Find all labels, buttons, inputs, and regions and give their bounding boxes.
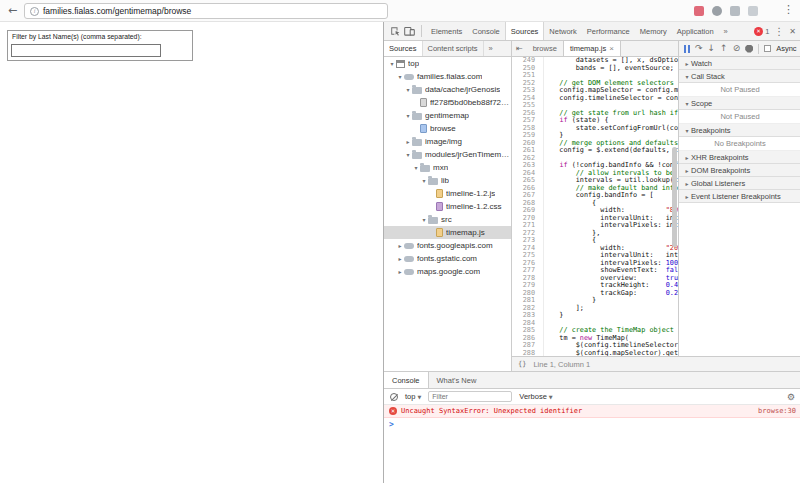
tree-item-top[interactable]: ▾top [384, 57, 511, 70]
extension-icon-2[interactable] [712, 6, 722, 16]
sidebar-section-event-listener-breakpoints[interactable]: ▸Event Listener Breakpoints [679, 190, 800, 203]
extension-icon-1[interactable] [694, 6, 704, 16]
clear-console-icon[interactable] [390, 393, 398, 401]
chevron-right-icon[interactable]: ▸ [404, 138, 412, 145]
pause-script-icon[interactable] [684, 45, 690, 53]
folder-icon [412, 113, 422, 120]
lastname-filter-label: Filter by Last Name(s) (comma separated)… [8, 31, 192, 40]
console-settings-gear-icon[interactable]: ⚙ [787, 392, 795, 402]
editor-scrollbar-thumb[interactable] [672, 147, 677, 247]
editor-tab-timemap-js[interactable]: timemap.js× [563, 41, 621, 56]
tree-item-lib[interactable]: ▾lib [384, 174, 511, 187]
chevron-down-icon[interactable]: ▾ [412, 164, 420, 171]
device-toolbar-icon[interactable] [404, 26, 415, 36]
sidebar-section-breakpoints[interactable]: ▾Breakpoints [679, 124, 800, 137]
chevron-down-icon[interactable]: ▾ [420, 177, 428, 184]
sidebar-section-xhr-breakpoints[interactable]: ▸XHR Breakpoints [679, 151, 800, 164]
navigator-tabs: SourcesContent scripts» [384, 41, 512, 57]
tree-item-image-img[interactable]: ▸image/img [384, 135, 511, 148]
tab-memory[interactable]: Memory [635, 22, 672, 40]
editor-tab-browse[interactable]: browse [527, 41, 563, 56]
tab-elements[interactable]: Elements [426, 22, 467, 40]
code-editor[interactable]: 249 datasets = [], x, dsOptions, tlBands… [512, 57, 678, 356]
page-info-icon[interactable]: i [30, 7, 39, 16]
console-prompt[interactable]: > [384, 418, 800, 431]
lastname-filter-input[interactable] [11, 44, 161, 57]
tree-item-src[interactable]: ▾src [384, 213, 511, 226]
tab-sources[interactable]: Sources [505, 22, 545, 40]
pause-on-exceptions-icon[interactable] [745, 45, 753, 53]
chevron-down-icon[interactable]: ▾ [388, 60, 396, 67]
sidebar-section-dom-breakpoints[interactable]: ▸DOM Breakpoints [679, 164, 800, 177]
navigator-tab-sources[interactable]: Sources [384, 41, 423, 56]
back-icon[interactable]: ← [8, 4, 17, 17]
inspect-icon[interactable] [390, 26, 400, 36]
tree-item-modules-jrgentimemap-contrib[interactable]: ▾modules/jrGenTimemap/contrib [384, 148, 511, 161]
chevron-down-icon: ▼ [549, 394, 553, 400]
close-tab-icon[interactable]: × [609, 44, 614, 53]
tree-item-maps-google-com[interactable]: ▸maps.google.com [384, 265, 511, 278]
deactivate-breakpoints-icon[interactable]: ⊘ [733, 44, 741, 53]
chevron-down-icon[interactable]: ▾ [404, 86, 412, 93]
tab-console[interactable]: Console [467, 22, 505, 40]
chevron-down-icon[interactable]: ▾ [420, 216, 428, 223]
chevron-down-icon[interactable]: ▾ [404, 112, 412, 119]
lastname-filter-box: Filter by Last Name(s) (comma separated)… [7, 30, 193, 61]
navigator-tab-content-scripts[interactable]: Content scripts [423, 41, 484, 56]
address-bar[interactable]: i families.fialas.com/gentimemap/browse [24, 3, 388, 19]
extension-icon-4[interactable] [748, 6, 758, 16]
navigator-toggle-icon[interactable]: ⇤ [512, 41, 527, 56]
sidebar-section-scope[interactable]: ▾Scope [679, 97, 800, 110]
tree-item-timeline-1-2-js[interactable]: timeline-1.2.js [384, 187, 511, 200]
step-into-icon[interactable]: ↓ [708, 44, 716, 53]
tree-item-timeline-1-2-css[interactable]: timeline-1.2.css [384, 200, 511, 213]
tree-item-mxn[interactable]: ▾mxn [384, 161, 511, 174]
console-filter-input[interactable] [428, 391, 512, 402]
tab-application[interactable]: Application [672, 22, 719, 40]
tab-performance[interactable]: Performance [582, 22, 635, 40]
devtools-menu-icon[interactable]: ⋮ [774, 26, 784, 37]
chevron-right-icon[interactable]: ▸ [396, 268, 404, 275]
code-line: 282 ]; [512, 305, 678, 313]
chevron-right-icon[interactable]: ▸ [396, 242, 404, 249]
tree-item-ff278f5bd0beb88f72ea9fa98f[interactable]: ff278f5bd0beb88f72ea9fa98f [384, 96, 511, 109]
console-tab-what-s-new[interactable]: What's New [429, 372, 485, 388]
devtools-toolbar: ElementsConsoleSourcesNetworkPerformance… [384, 22, 800, 41]
log-level-selector[interactable]: Verbose ▼ [519, 392, 552, 401]
step-over-icon[interactable]: ↷ [695, 44, 703, 53]
debugger-sidebar: ▸Watch▾Call StackNot Paused▾ScopeNot Pau… [678, 57, 800, 356]
close-devtools-icon[interactable]: ✕ [789, 27, 796, 36]
step-out-icon[interactable]: ↑ [720, 44, 728, 53]
tree-item-families-fialas-com[interactable]: ▾families.fialas.com [384, 70, 511, 83]
tree-item-label: families.fialas.com [417, 72, 482, 81]
tree-item-gentimemap[interactable]: ▾gentimemap [384, 109, 511, 122]
tree-item-fonts-googleapis-com[interactable]: ▸fonts.googleapis.com [384, 239, 511, 252]
tree-item-fonts-gstatic-com[interactable]: ▸fonts.gstatic.com [384, 252, 511, 265]
tab-network[interactable]: Network [544, 22, 582, 40]
tabs-overflow-icon[interactable]: » [719, 22, 733, 40]
file-css-icon [436, 202, 443, 211]
chevron-down-icon[interactable]: ▾ [396, 73, 404, 80]
code-lines: 249 datasets = [], x, dsOptions, tlBands… [512, 57, 678, 356]
sidebar-section-global-listeners[interactable]: ▸Global Listeners [679, 177, 800, 190]
navigator-tabs-overflow-icon[interactable]: » [484, 41, 498, 56]
browser-menu-icon[interactable]: ⋮ [783, 3, 794, 16]
chevron-down-icon[interactable]: ▾ [404, 151, 412, 158]
frame-context-selector[interactable]: top ▼ [405, 392, 421, 401]
code-line: 261 config = $.extend(defaults, config); [512, 147, 678, 155]
error-source-link[interactable]: browse:30 [758, 407, 796, 415]
console-tab-console[interactable]: Console [384, 372, 429, 388]
devtools-main-tabs: ElementsConsoleSourcesNetworkPerformance… [426, 22, 733, 40]
tree-item-browse[interactable]: browse [384, 122, 511, 135]
pretty-print-icon[interactable]: {} [518, 360, 526, 368]
async-checkbox[interactable] [764, 45, 771, 52]
tree-item-label: src [441, 215, 452, 224]
sidebar-section-watch[interactable]: ▸Watch [679, 57, 800, 70]
console-error-message: ✕ Uncaught SyntaxError: Unexpected ident… [384, 405, 800, 418]
tree-item-data-cache-jrgenosis[interactable]: ▾data/cache/jrGenosis [384, 83, 511, 96]
tree-item-timemap-js[interactable]: timemap.js [384, 226, 511, 239]
error-count-badge[interactable]: ✕ 1 [754, 27, 769, 36]
extension-icon-3[interactable] [730, 6, 740, 16]
chevron-right-icon[interactable]: ▸ [396, 255, 404, 262]
sidebar-section-call-stack[interactable]: ▾Call Stack [679, 70, 800, 83]
